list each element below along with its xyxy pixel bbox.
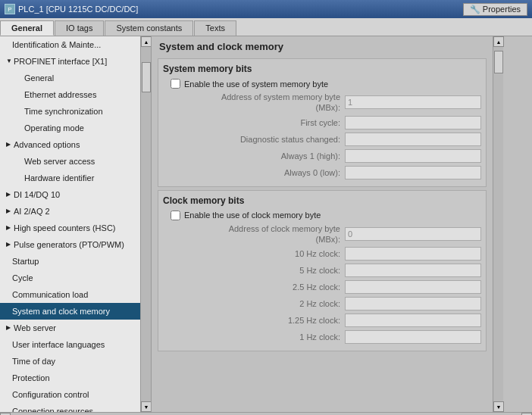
addr-clk-input[interactable]: [345, 227, 481, 241]
triangle-di-dq: [6, 188, 14, 201]
clock-memory-checkbox[interactable]: [171, 211, 180, 220]
scroll-right-button[interactable]: ▶: [521, 413, 532, 416]
clock-memory-checkbox-label: Enable the use of clock memory byte: [184, 211, 321, 220]
sidebar-item-operating[interactable]: Operating mode: [0, 120, 141, 136]
sidebar-item-pulse-gen[interactable]: Pulse generators (PTO/PWM): [0, 236, 141, 253]
form-row-2hz: 2 Hz clock:: [163, 296, 481, 311]
triangle-profinet: [6, 55, 14, 68]
properties-icon: 🔧: [470, 5, 480, 14]
always-low-input[interactable]: [345, 166, 481, 179]
form-row-1hz: 1 Hz clock:: [163, 329, 481, 345]
bottom-scrollbar: ◀ ▶: [0, 412, 532, 415]
content-scrollbar[interactable]: ▲ ▼: [493, 36, 503, 412]
clock-memory-section: Clock memory bits Enable the use of cloc…: [158, 190, 487, 352]
sidebar-item-hardware-id[interactable]: Hardware identifier: [0, 170, 141, 186]
system-memory-checkbox-row: Enable the use of system memory byte: [163, 79, 481, 89]
form-row-addr-clk: Address of clock memory byte (MBx):: [163, 223, 481, 245]
triangle-pulse-gen: [6, 238, 14, 251]
scroll-left-button[interactable]: ◀: [0, 413, 11, 416]
form-row-5hz: 5 Hz clock:: [163, 263, 481, 278]
tab-io-tags[interactable]: IO tags: [55, 20, 104, 36]
sidebar-item-cycle[interactable]: Cycle: [0, 270, 141, 286]
sidebar-item-time-sync[interactable]: Time synchronization: [0, 103, 141, 120]
form-row-always-low: Always 0 (low):: [163, 165, 481, 180]
window-title: PLC_1 [CPU 1215C DC/DC/DC]: [18, 5, 138, 14]
sidebar-item-ai-aq[interactable]: AI 2/AQ 2: [0, 203, 141, 220]
sidebar-item-startup[interactable]: Startup: [0, 253, 141, 270]
triangle-hsc: [6, 221, 14, 235]
sidebar-item-config-control[interactable]: Configuration control: [0, 386, 141, 403]
first-cycle-input[interactable]: [345, 116, 481, 129]
tab-system-constants[interactable]: System constants: [105, 20, 193, 36]
properties-button[interactable]: 🔧 Properties: [463, 3, 527, 16]
2hz-input[interactable]: [345, 297, 481, 310]
sidebar-item-di-dq[interactable]: DI 14/DQ 10: [0, 186, 141, 203]
form-row-1-25hz: 1.25 Hz clock:: [163, 313, 481, 328]
sidebar-item-identification[interactable]: Identification & Mainte...: [0, 36, 141, 53]
2-5hz-input[interactable]: [345, 280, 481, 294]
content-area: System and clock memory System memory bi…: [152, 36, 503, 412]
scroll-down-button[interactable]: ▼: [141, 401, 152, 412]
form-row-always-high: Always 1 (high):: [163, 148, 481, 164]
system-memory-checkbox-label: Enable the use of system memory byte: [184, 80, 328, 89]
content-scroll-down[interactable]: ▼: [493, 401, 504, 412]
clock-memory-checkbox-row: Enable the use of clock memory byte: [163, 211, 481, 220]
addr-sys-input[interactable]: [345, 95, 481, 109]
sidebar-item-protection[interactable]: Protection: [0, 370, 141, 386]
system-memory-title: System memory bits: [163, 64, 481, 74]
title-bar: P PLC_1 [CPU 1215C DC/DC/DC] 🔧 Propertie…: [0, 0, 532, 18]
diag-status-input[interactable]: [345, 133, 481, 146]
1hz-input[interactable]: [345, 330, 481, 344]
scroll-thumb[interactable]: [142, 62, 151, 92]
sidebar-item-comm-load[interactable]: Communication load: [0, 286, 141, 303]
sidebar-item-general-sub[interactable]: General: [0, 70, 141, 86]
5hz-input[interactable]: [345, 264, 481, 277]
sidebar-item-system-clock[interactable]: System and clock memory: [0, 303, 141, 320]
form-row-first-cycle: First cycle:: [163, 115, 481, 130]
triangle-web-server: [6, 321, 14, 335]
system-memory-checkbox[interactable]: [171, 79, 180, 89]
sidebar-item-hsc[interactable]: High speed counters (HSC): [0, 220, 141, 236]
sidebar-item-web-server-access[interactable]: Web server access: [0, 153, 141, 170]
1-25hz-input[interactable]: [345, 314, 481, 327]
scroll-up-button[interactable]: ▲: [141, 36, 152, 47]
content-inner: System and clock memory System memory bi…: [152, 36, 493, 412]
sidebar-item-time-of-day[interactable]: Time of day: [0, 353, 141, 370]
form-row-diag-status: Diagnostic status changed:: [163, 132, 481, 147]
form-row-2-5hz: 2.5 Hz clock:: [163, 279, 481, 295]
sidebar-item-advanced[interactable]: Advanced options: [0, 136, 141, 153]
form-row-addr-sys: Address of system memory byte (MBx):: [163, 92, 481, 114]
triangle-ai-aq: [6, 204, 14, 218]
sidebar-item-connection-res[interactable]: Connection resources: [0, 403, 141, 412]
clock-memory-title: Clock memory bits: [163, 195, 481, 206]
tab-bar: General IO tags System constants Texts: [0, 18, 532, 36]
page-title: System and clock memory: [152, 36, 493, 55]
main-layout: Identification & Mainte... PROFINET inte…: [0, 36, 532, 412]
sidebar-item-web-server[interactable]: Web server: [0, 320, 141, 336]
form-row-10hz: 10 Hz clock:: [163, 246, 481, 261]
system-memory-section: System memory bits Enable the use of sys…: [158, 58, 487, 187]
always-high-input[interactable]: [345, 149, 481, 163]
content-scroll-up[interactable]: ▲: [493, 36, 504, 47]
triangle-advanced: [6, 138, 14, 151]
sidebar-item-profinet[interactable]: PROFINET interface [X1]: [0, 53, 141, 70]
scroll-track: [141, 47, 151, 401]
sidebar-item-ui-languages[interactable]: User interface languages: [0, 336, 141, 353]
app-icon: P: [5, 4, 15, 14]
tab-general[interactable]: General: [0, 20, 54, 36]
10hz-input[interactable]: [345, 247, 481, 261]
sidebar: Identification & Mainte... PROFINET inte…: [0, 36, 152, 412]
sidebar-item-ethernet[interactable]: Ethernet addresses: [0, 86, 141, 103]
content-scroll-track: [493, 47, 503, 401]
content-scroll-thumb[interactable]: [494, 51, 503, 73]
tab-texts[interactable]: Texts: [194, 20, 236, 36]
sidebar-scrollbar[interactable]: ▲ ▼: [140, 36, 151, 412]
